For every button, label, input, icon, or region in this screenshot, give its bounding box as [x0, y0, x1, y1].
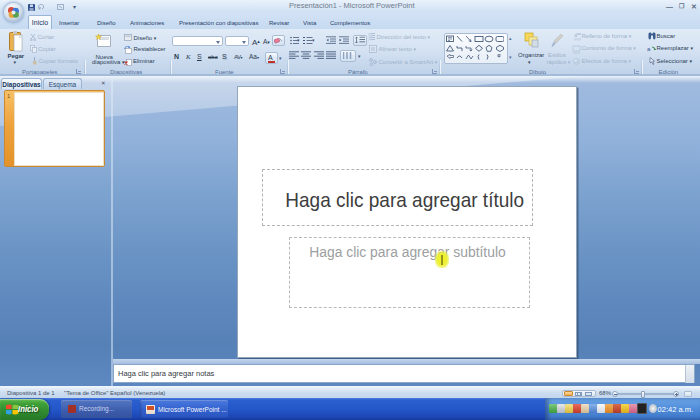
- svg-text:a: a: [647, 46, 651, 52]
